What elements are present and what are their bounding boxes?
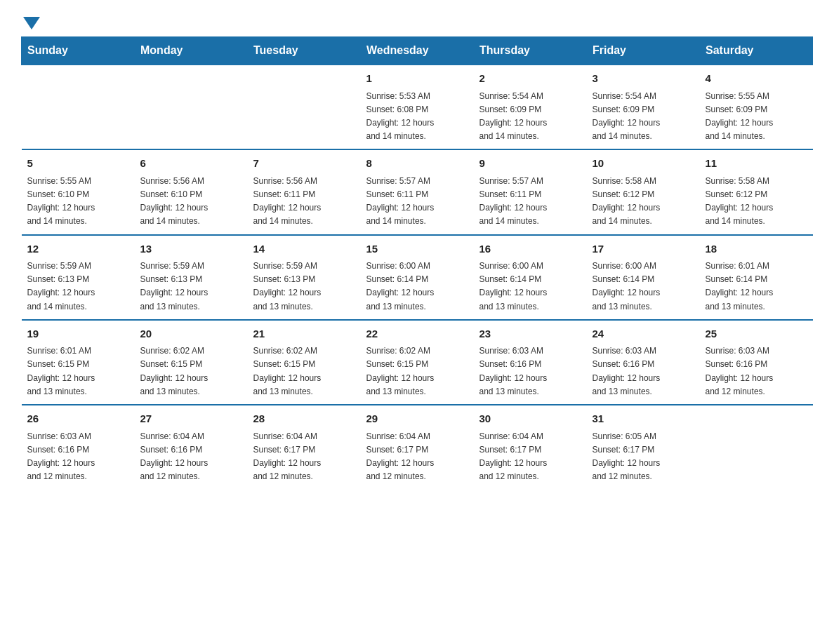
- day-info: Sunrise: 5:53 AM Sunset: 6:08 PM Dayligh…: [366, 90, 468, 144]
- calendar-cell: 4Sunrise: 5:55 AM Sunset: 6:09 PM Daylig…: [700, 65, 813, 149]
- calendar-cell: 6Sunrise: 5:56 AM Sunset: 6:10 PM Daylig…: [135, 149, 248, 234]
- calendar-cell: [700, 405, 813, 489]
- day-number: 26: [27, 411, 129, 427]
- weekday-header-friday: Friday: [587, 37, 700, 65]
- day-number: 14: [253, 241, 355, 257]
- day-number: 29: [366, 411, 468, 427]
- day-number: 6: [140, 156, 242, 172]
- weekday-header-tuesday: Tuesday: [248, 37, 361, 65]
- day-info: Sunrise: 5:55 AM Sunset: 6:10 PM Dayligh…: [27, 175, 129, 229]
- calendar-cell: 2Sunrise: 5:54 AM Sunset: 6:09 PM Daylig…: [474, 65, 587, 149]
- logo-triangle-icon: [23, 17, 40, 29]
- day-number: 21: [253, 326, 355, 342]
- day-number: 3: [593, 71, 694, 87]
- calendar-cell: 29Sunrise: 6:04 AM Sunset: 6:17 PM Dayli…: [361, 405, 474, 489]
- calendar-cell: [135, 65, 248, 149]
- day-info: Sunrise: 5:56 AM Sunset: 6:11 PM Dayligh…: [253, 175, 355, 229]
- day-info: Sunrise: 5:59 AM Sunset: 6:13 PM Dayligh…: [253, 260, 355, 314]
- day-number: 23: [479, 326, 581, 342]
- day-info: Sunrise: 6:02 AM Sunset: 6:15 PM Dayligh…: [366, 344, 468, 398]
- day-info: Sunrise: 6:01 AM Sunset: 6:14 PM Dayligh…: [706, 260, 807, 314]
- calendar-table: SundayMondayTuesdayWednesdayThursdayFrid…: [21, 36, 813, 489]
- calendar-cell: 19Sunrise: 6:01 AM Sunset: 6:15 PM Dayli…: [22, 320, 135, 405]
- logo: [21, 14, 40, 29]
- day-info: Sunrise: 5:59 AM Sunset: 6:13 PM Dayligh…: [27, 260, 129, 314]
- day-info: Sunrise: 6:01 AM Sunset: 6:15 PM Dayligh…: [27, 344, 129, 398]
- day-number: 10: [593, 156, 694, 172]
- calendar-cell: 31Sunrise: 6:05 AM Sunset: 6:17 PM Dayli…: [587, 405, 700, 489]
- day-number: 18: [706, 241, 807, 257]
- calendar-cell: [22, 65, 135, 149]
- calendar-week-row: 5Sunrise: 5:55 AM Sunset: 6:10 PM Daylig…: [22, 149, 813, 234]
- calendar-cell: 30Sunrise: 6:04 AM Sunset: 6:17 PM Dayli…: [474, 405, 587, 489]
- calendar-cell: 26Sunrise: 6:03 AM Sunset: 6:16 PM Dayli…: [22, 405, 135, 489]
- day-info: Sunrise: 5:54 AM Sunset: 6:09 PM Dayligh…: [593, 90, 694, 144]
- day-number: 1: [366, 71, 468, 87]
- day-number: 7: [253, 156, 355, 172]
- weekday-header-saturday: Saturday: [700, 37, 813, 65]
- day-info: Sunrise: 6:04 AM Sunset: 6:17 PM Dayligh…: [253, 430, 355, 484]
- day-number: 16: [479, 241, 581, 257]
- day-number: 4: [706, 71, 807, 87]
- calendar-cell: 3Sunrise: 5:54 AM Sunset: 6:09 PM Daylig…: [587, 65, 700, 149]
- calendar-cell: 28Sunrise: 6:04 AM Sunset: 6:17 PM Dayli…: [248, 405, 361, 489]
- calendar-cell: 16Sunrise: 6:00 AM Sunset: 6:14 PM Dayli…: [474, 235, 587, 320]
- calendar-cell: 10Sunrise: 5:58 AM Sunset: 6:12 PM Dayli…: [587, 149, 700, 234]
- weekday-header-thursday: Thursday: [474, 37, 587, 65]
- calendar-cell: 23Sunrise: 6:03 AM Sunset: 6:16 PM Dayli…: [474, 320, 587, 405]
- day-info: Sunrise: 6:03 AM Sunset: 6:16 PM Dayligh…: [479, 344, 581, 398]
- day-number: 27: [140, 411, 242, 427]
- day-number: 2: [479, 71, 581, 87]
- day-info: Sunrise: 6:04 AM Sunset: 6:17 PM Dayligh…: [366, 430, 468, 484]
- calendar-cell: 24Sunrise: 6:03 AM Sunset: 6:16 PM Dayli…: [587, 320, 700, 405]
- weekday-header-sunday: Sunday: [22, 37, 135, 65]
- calendar-week-row: 19Sunrise: 6:01 AM Sunset: 6:15 PM Dayli…: [22, 320, 813, 405]
- day-number: 22: [366, 326, 468, 342]
- day-number: 13: [140, 241, 242, 257]
- calendar-week-row: 12Sunrise: 5:59 AM Sunset: 6:13 PM Dayli…: [22, 235, 813, 320]
- day-info: Sunrise: 6:00 AM Sunset: 6:14 PM Dayligh…: [593, 260, 694, 314]
- day-info: Sunrise: 6:00 AM Sunset: 6:14 PM Dayligh…: [366, 260, 468, 314]
- day-number: 20: [140, 326, 242, 342]
- calendar-week-row: 1Sunrise: 5:53 AM Sunset: 6:08 PM Daylig…: [22, 65, 813, 149]
- calendar-cell: 12Sunrise: 5:59 AM Sunset: 6:13 PM Dayli…: [22, 235, 135, 320]
- day-info: Sunrise: 6:03 AM Sunset: 6:16 PM Dayligh…: [706, 344, 807, 398]
- day-number: 9: [479, 156, 581, 172]
- day-info: Sunrise: 6:02 AM Sunset: 6:15 PM Dayligh…: [140, 344, 242, 398]
- calendar-header-row: SundayMondayTuesdayWednesdayThursdayFrid…: [22, 37, 813, 65]
- day-number: 31: [593, 411, 694, 427]
- day-number: 11: [706, 156, 807, 172]
- day-info: Sunrise: 5:59 AM Sunset: 6:13 PM Dayligh…: [140, 260, 242, 314]
- day-info: Sunrise: 6:00 AM Sunset: 6:14 PM Dayligh…: [479, 260, 581, 314]
- calendar-cell: 17Sunrise: 6:00 AM Sunset: 6:14 PM Dayli…: [587, 235, 700, 320]
- calendar-cell: 25Sunrise: 6:03 AM Sunset: 6:16 PM Dayli…: [700, 320, 813, 405]
- calendar-cell: [248, 65, 361, 149]
- day-info: Sunrise: 5:56 AM Sunset: 6:10 PM Dayligh…: [140, 175, 242, 229]
- day-number: 17: [593, 241, 694, 257]
- day-info: Sunrise: 6:03 AM Sunset: 6:16 PM Dayligh…: [593, 344, 694, 398]
- calendar-cell: 21Sunrise: 6:02 AM Sunset: 6:15 PM Dayli…: [248, 320, 361, 405]
- calendar-cell: 1Sunrise: 5:53 AM Sunset: 6:08 PM Daylig…: [361, 65, 474, 149]
- calendar-cell: 20Sunrise: 6:02 AM Sunset: 6:15 PM Dayli…: [135, 320, 248, 405]
- day-number: 5: [27, 156, 129, 172]
- day-info: Sunrise: 6:03 AM Sunset: 6:16 PM Dayligh…: [27, 430, 129, 484]
- page-header: [21, 14, 813, 29]
- day-info: Sunrise: 5:58 AM Sunset: 6:12 PM Dayligh…: [593, 175, 694, 229]
- day-number: 24: [593, 326, 694, 342]
- calendar-cell: 8Sunrise: 5:57 AM Sunset: 6:11 PM Daylig…: [361, 149, 474, 234]
- day-info: Sunrise: 6:04 AM Sunset: 6:16 PM Dayligh…: [140, 430, 242, 484]
- day-info: Sunrise: 5:58 AM Sunset: 6:12 PM Dayligh…: [706, 175, 807, 229]
- calendar-cell: 22Sunrise: 6:02 AM Sunset: 6:15 PM Dayli…: [361, 320, 474, 405]
- calendar-cell: 18Sunrise: 6:01 AM Sunset: 6:14 PM Dayli…: [700, 235, 813, 320]
- day-info: Sunrise: 6:04 AM Sunset: 6:17 PM Dayligh…: [479, 430, 581, 484]
- day-info: Sunrise: 6:05 AM Sunset: 6:17 PM Dayligh…: [593, 430, 694, 484]
- day-info: Sunrise: 5:57 AM Sunset: 6:11 PM Dayligh…: [479, 175, 581, 229]
- weekday-header-wednesday: Wednesday: [361, 37, 474, 65]
- calendar-cell: 5Sunrise: 5:55 AM Sunset: 6:10 PM Daylig…: [22, 149, 135, 234]
- calendar-cell: 27Sunrise: 6:04 AM Sunset: 6:16 PM Dayli…: [135, 405, 248, 489]
- day-number: 8: [366, 156, 468, 172]
- day-info: Sunrise: 6:02 AM Sunset: 6:15 PM Dayligh…: [253, 344, 355, 398]
- calendar-cell: 13Sunrise: 5:59 AM Sunset: 6:13 PM Dayli…: [135, 235, 248, 320]
- calendar-cell: 7Sunrise: 5:56 AM Sunset: 6:11 PM Daylig…: [248, 149, 361, 234]
- weekday-header-monday: Monday: [135, 37, 248, 65]
